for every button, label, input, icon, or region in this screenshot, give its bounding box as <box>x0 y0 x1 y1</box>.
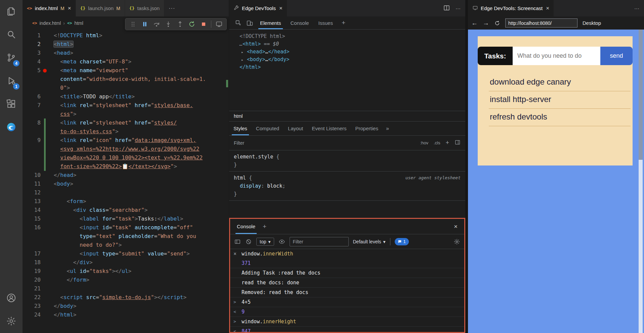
scrollbar-thumb[interactable] <box>639 30 643 160</box>
debug-toolbar-drag-handle[interactable] <box>127 19 138 29</box>
sidebar-item-source-control[interactable]: 4 <box>0 46 23 69</box>
code-line[interactable]: type="text" placeholder="What do you <box>23 232 229 241</box>
expand-arrow-icon[interactable]: ▸ <box>241 56 247 64</box>
breadcrumb-item-file[interactable]: index.html <box>39 20 61 26</box>
code-line[interactable]: <svg xmlns=%22http://www.w3.org/2000/svg… <box>23 145 229 153</box>
line-number[interactable]: 11 <box>23 180 41 188</box>
close-icon[interactable]: × <box>279 5 283 11</box>
more-actions-icon[interactable]: ··· <box>634 5 639 11</box>
more-tabs-icon[interactable]: ··· <box>164 0 179 16</box>
line-number[interactable] <box>23 145 41 153</box>
code-editor[interactable]: 1<!DOCTYPE html>2<html>3<head>4 <meta ch… <box>23 30 229 333</box>
tab-edge-devtools[interactable]: Edge DevTools × <box>229 0 287 16</box>
code-line[interactable]: 12 <box>23 188 229 197</box>
send-button[interactable]: send <box>600 47 633 65</box>
line-number[interactable]: 23 <box>23 302 41 311</box>
line-number[interactable]: 16 <box>23 223 41 232</box>
sidebar-item-explorer[interactable] <box>0 0 23 23</box>
line-number[interactable]: 8 <box>23 118 41 127</box>
screencast-toggle-icon[interactable] <box>213 19 224 29</box>
step-into-icon[interactable] <box>163 19 174 29</box>
tab-tasks-json[interactable]: {} tasks.json <box>125 0 164 16</box>
tab-styles[interactable]: Styles <box>229 122 252 135</box>
close-icon[interactable]: × <box>546 5 549 11</box>
breadcrumb-item-symbol[interactable]: html <box>74 20 83 26</box>
code-line[interactable]: 4 <meta charset="UTF-8"> <box>23 57 229 66</box>
code-line[interactable]: 23</body> <box>23 302 229 311</box>
dom-node[interactable]: …<html> == $0 <box>229 40 465 48</box>
code-line[interactable]: viewBox=%220 0 100 100%22><text y=%22.9e… <box>23 153 229 162</box>
tab-layout[interactable]: Layout <box>284 122 307 135</box>
sidebar-item-accounts[interactable] <box>0 287 23 310</box>
line-number[interactable] <box>23 162 41 171</box>
line-number[interactable]: 18 <box>23 258 41 267</box>
line-number[interactable]: 19 <box>23 267 41 276</box>
code-line[interactable]: 7 <link rel="stylesheet" href="styles/ba… <box>23 101 229 110</box>
console-sidebar-icon[interactable] <box>234 238 241 245</box>
code-line[interactable]: font-size=%2290%22>📋</text></svg>"> <box>23 162 229 171</box>
remove-expression-icon[interactable]: × <box>233 249 242 258</box>
code-line[interactable]: 6 <title>TODO app</title> <box>23 92 229 101</box>
tab-console[interactable]: Console <box>286 16 314 29</box>
code-line[interactable]: content="width=device-width, initial-sca… <box>23 75 229 84</box>
code-line[interactable]: to-do-styles.css"> <box>23 127 229 136</box>
line-number[interactable]: 20 <box>23 276 41 284</box>
task-item[interactable]: install http-server <box>489 91 631 109</box>
code-line[interactable]: css"> <box>23 110 229 118</box>
stop-icon[interactable] <box>198 19 209 29</box>
javascript-context-selector[interactable]: top ▾ <box>256 238 274 246</box>
line-number[interactable] <box>23 127 41 136</box>
step-out-icon[interactable] <box>174 19 185 29</box>
line-number[interactable]: 2 <box>23 40 41 49</box>
styles-filter-input[interactable] <box>234 140 415 146</box>
log-levels-dropdown[interactable]: Default levels ▾ <box>353 239 386 244</box>
clear-console-icon[interactable] <box>245 238 252 245</box>
new-style-rule-button[interactable]: + <box>445 139 449 146</box>
code-line[interactable]: 16 <input id="task" autocomplete="off" <box>23 223 229 232</box>
toggle-class-button[interactable]: .cls <box>434 140 440 145</box>
line-number[interactable]: 3 <box>23 49 41 57</box>
line-number[interactable]: 5 <box>23 66 41 75</box>
add-tool-icon[interactable]: + <box>338 16 349 29</box>
line-number[interactable]: 9 <box>23 136 41 145</box>
style-rule[interactable]: element.style {} <box>229 150 465 172</box>
css-declaration[interactable]: display: block; <box>234 182 461 190</box>
line-number[interactable]: 6 <box>23 92 41 101</box>
tab-screencast[interactable]: Edge DevTools: Screencast × <box>468 0 554 16</box>
console-result[interactable]: <9 <box>230 307 464 317</box>
dom-breadcrumb-item[interactable]: html <box>234 113 243 119</box>
code-line[interactable]: 21 <box>23 284 229 293</box>
code-line[interactable]: 3<head> <box>23 49 229 57</box>
panel-sash[interactable] <box>465 0 468 333</box>
line-number[interactable]: 22 <box>23 293 41 302</box>
inspect-element-icon[interactable] <box>232 16 244 29</box>
line-number[interactable]: 13 <box>23 197 41 206</box>
styles-options-icon[interactable] <box>455 139 461 146</box>
dom-node[interactable]: ▸<head>…</head> <box>229 48 465 56</box>
line-number[interactable]: 24 <box>23 311 41 319</box>
more-actions-icon[interactable]: ··· <box>456 5 461 11</box>
line-number[interactable] <box>23 84 41 92</box>
line-number[interactable]: 17 <box>23 249 41 258</box>
line-number[interactable] <box>23 232 41 241</box>
sidebar-item-search[interactable] <box>0 23 23 46</box>
sidebar-item-extensions[interactable] <box>0 93 23 116</box>
screencast-viewport[interactable]: Tasks: send download edge canaryinstall … <box>468 30 644 333</box>
code-line[interactable]: 10</head> <box>23 171 229 180</box>
line-number[interactable]: 21 <box>23 284 41 293</box>
code-line[interactable]: need to do?"> <box>23 241 229 249</box>
tab-launch-json[interactable]: {} launch.json M <box>76 0 125 16</box>
line-number[interactable]: 4 <box>23 57 41 66</box>
code-line[interactable]: 13 <form> <box>23 197 229 206</box>
code-line[interactable]: 22 <script src="simple-to-do.js"></scrip… <box>23 293 229 302</box>
line-number[interactable]: 10 <box>23 171 41 180</box>
line-number[interactable]: 14 <box>23 206 41 215</box>
line-number[interactable]: 7 <box>23 101 41 110</box>
console-result[interactable]: <847 <box>230 327 464 332</box>
code-line[interactable]: 5 <meta name="viewport" <box>23 66 229 75</box>
console-command[interactable]: >4+5 <box>230 297 464 307</box>
line-number[interactable]: 12 <box>23 188 41 197</box>
sidebar-item-run-and-debug[interactable]: 1 <box>0 69 23 93</box>
tab-console-drawer[interactable]: Console <box>233 219 259 234</box>
toggle-pseudo-state-button[interactable]: :hov <box>420 140 428 145</box>
